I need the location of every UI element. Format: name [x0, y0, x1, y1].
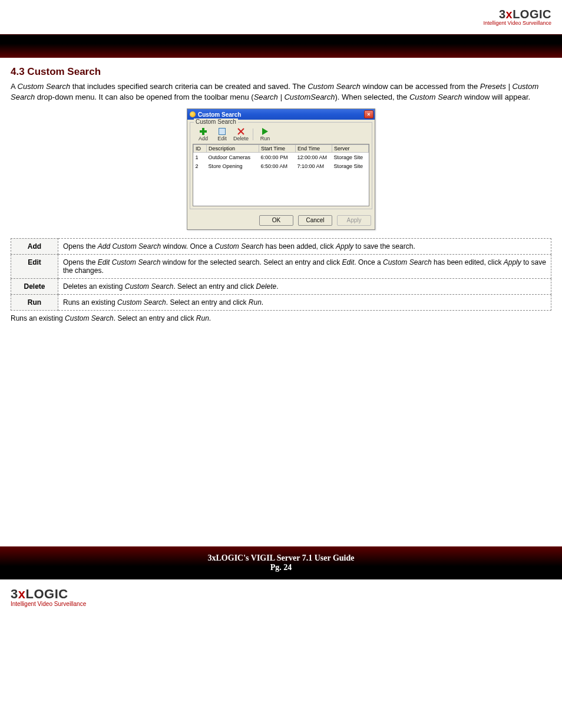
intro-t2: that includes specified search criteria …	[70, 82, 308, 91]
cell-server: Storage Site	[332, 162, 369, 170]
def-key-delete: Delete	[11, 278, 58, 294]
edit-icon	[219, 128, 226, 135]
col-description[interactable]: Description	[207, 145, 259, 153]
def-row-add: Add Opens the Add Custom Search window. …	[11, 238, 551, 254]
add-button[interactable]: Add	[194, 127, 213, 141]
brand-tagline-footer: Intelligent Video Surveillance	[11, 601, 562, 607]
logo-three: 3	[11, 587, 18, 601]
intro-t3: window can be accessed from the	[361, 82, 480, 91]
custom-search-groupbox: Custom Search Add Edit Delete	[190, 122, 372, 209]
section-heading: 4.3 Custom Search	[11, 66, 551, 78]
cell-start: 6:00:00 PM	[259, 153, 296, 162]
edit-button[interactable]: Edit	[213, 127, 232, 141]
def-row-edit: Edit Opens the Edit Custom Search window…	[11, 254, 551, 278]
cell-desc: Store Opening	[207, 162, 259, 170]
col-id[interactable]: ID	[194, 145, 207, 153]
intro-t4: drop-down menu. It can also be opened fr…	[35, 93, 253, 101]
intro-i2: Custom Search	[308, 82, 361, 91]
table-row[interactable]: 2 Store Opening 6:50:00 AM 7:10:00 AM St…	[194, 162, 369, 170]
brand-logo-footer: 3xLOGIC Intelligent Video Surveillance	[11, 588, 562, 607]
footer-logo-block: 3xLOGIC Intelligent Video Surveillance	[0, 579, 562, 618]
footer-title: 3xLOGIC's VIGIL Server 7.1 User Guide	[0, 554, 562, 563]
logo-rest: LOGIC	[513, 8, 551, 21]
def-desc-edit: Opens the Edit Custom Search window for …	[58, 254, 551, 278]
logo-x: x	[506, 8, 513, 21]
logo-x: x	[18, 587, 26, 601]
brand-tagline: Intelligent Video Surveillance	[484, 21, 551, 26]
cell-end: 7:10:00 AM	[296, 162, 332, 170]
add-button-label: Add	[194, 136, 213, 141]
cancel-button[interactable]: Cancel	[298, 215, 332, 226]
col-end-time[interactable]: End Time	[296, 145, 332, 153]
brand-logo-main-footer: 3xLOGIC	[11, 588, 562, 601]
def-desc-delete: Deletes an existing Custom Search. Selec…	[58, 278, 551, 294]
cell-server: Storage Site	[332, 153, 369, 162]
dialog-buttons: OK Cancel Apply	[187, 212, 375, 229]
cell-desc: Outdoor Cameras	[207, 153, 259, 162]
window-figure: Custom Search × Custom Search Add Edit	[11, 108, 551, 230]
def-desc-run: Runs an existing Custom Search. Select a…	[58, 294, 551, 310]
delete-button[interactable]: Delete	[232, 127, 250, 141]
intro-i1: Custom Search	[18, 82, 71, 91]
def-key-run: Run	[11, 294, 58, 310]
delete-button-label: Delete	[232, 136, 250, 141]
logo-three: 3	[499, 8, 506, 21]
intro-i5: Custom Search	[409, 93, 462, 101]
def-key-edit: Edit	[11, 254, 58, 278]
toolbar: Add Edit Delete Run	[193, 126, 369, 144]
brand-logo-main: 3xLOGIC	[484, 8, 551, 20]
apply-button[interactable]: Apply	[337, 215, 371, 226]
edit-button-label: Edit	[213, 136, 232, 141]
page-header: 3xLOGIC Intelligent Video Surveillance	[0, 0, 562, 34]
def-row-run: Run Runs an existing Custom Search. Sele…	[11, 294, 551, 310]
logo-rest: LOGIC	[26, 587, 68, 601]
intro-t1: A	[11, 82, 18, 91]
col-start-time[interactable]: Start Time	[259, 145, 296, 153]
toolbar-separator	[253, 129, 253, 140]
delete-x-icon	[237, 128, 244, 135]
groupbox-legend: Custom Search	[194, 118, 238, 125]
def-row-delete: Delete Deletes an existing Custom Search…	[11, 278, 551, 294]
intro-t5: ). When selected, the	[335, 93, 409, 101]
custom-search-window: Custom Search × Custom Search Add Edit	[187, 108, 375, 230]
def-key-add: Add	[11, 238, 58, 254]
cell-id: 2	[194, 162, 207, 170]
plus-icon	[200, 128, 207, 135]
header-red-bar	[0, 34, 562, 58]
app-icon	[190, 111, 196, 117]
intro-t6: window will appear.	[462, 93, 530, 101]
cell-end: 12:00:00 AM	[296, 153, 332, 162]
definition-table: Add Opens the Add Custom Search window. …	[11, 238, 551, 311]
search-grid[interactable]: ID Description Start Time End Time Serve…	[193, 144, 369, 206]
window-title: Custom Search	[198, 111, 241, 118]
cell-id: 1	[194, 153, 207, 162]
footer-page: Pg. 24	[0, 563, 562, 572]
brand-logo: 3xLOGIC Intelligent Video Surveillance	[484, 8, 551, 26]
page-content: 4.3 Custom Search A Custom Search that i…	[0, 58, 562, 322]
ok-button[interactable]: OK	[259, 215, 293, 226]
def-desc-add: Opens the Add Custom Search window. Once…	[58, 238, 551, 254]
grid-header: ID Description Start Time End Time Serve…	[194, 145, 369, 153]
run-button[interactable]: Run	[256, 127, 275, 141]
run-button-label: Run	[256, 136, 275, 141]
col-server[interactable]: Server	[332, 145, 369, 153]
cell-start: 6:50:00 AM	[259, 162, 296, 170]
table-row[interactable]: 1 Outdoor Cameras 6:00:00 PM 12:00:00 AM…	[194, 153, 369, 162]
close-icon[interactable]: ×	[364, 110, 373, 118]
play-icon	[262, 128, 268, 135]
intro-i4: Search | CustomSearch	[254, 93, 335, 101]
below-table-note: Runs an existing Custom Search. Select a…	[11, 313, 551, 322]
intro-paragraph: A Custom Search that includes specified …	[11, 81, 551, 103]
footer-bar: 3xLOGIC's VIGIL Server 7.1 User Guide Pg…	[0, 546, 562, 579]
